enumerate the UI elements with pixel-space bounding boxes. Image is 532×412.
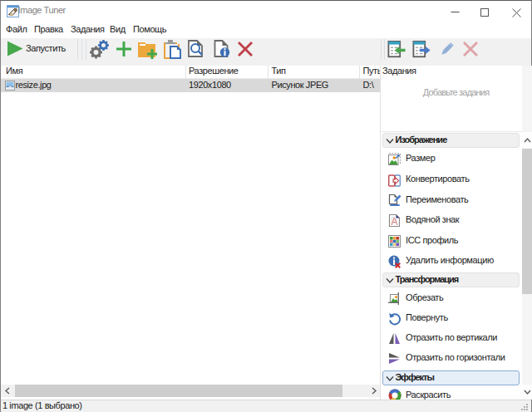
svg-text:A: A bbox=[392, 216, 398, 227]
